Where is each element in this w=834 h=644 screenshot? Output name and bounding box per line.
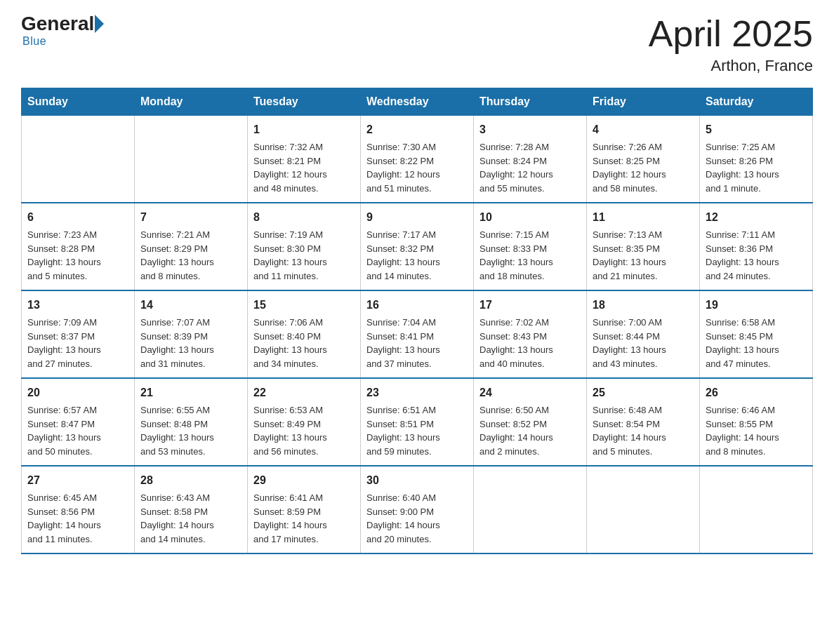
calendar-cell: 30Sunrise: 6:40 AMSunset: 9:00 PMDayligh… xyxy=(361,466,474,554)
calendar-cell: 22Sunrise: 6:53 AMSunset: 8:49 PMDayligh… xyxy=(248,378,361,466)
day-info: Sunrise: 7:19 AMSunset: 8:30 PMDaylight:… xyxy=(253,228,355,283)
day-number: 27 xyxy=(27,472,128,489)
day-number: 13 xyxy=(27,297,128,314)
day-number: 3 xyxy=(479,121,581,138)
calendar-cell: 10Sunrise: 7:15 AMSunset: 8:33 PMDayligh… xyxy=(474,203,587,290)
calendar-cell: 9Sunrise: 7:17 AMSunset: 8:32 PMDaylight… xyxy=(361,203,474,290)
day-info: Sunrise: 7:13 AMSunset: 8:35 PMDaylight:… xyxy=(593,228,694,283)
day-number: 30 xyxy=(366,472,468,489)
calendar-cell: 17Sunrise: 7:02 AMSunset: 8:43 PMDayligh… xyxy=(474,290,587,378)
calendar-cell: 13Sunrise: 7:09 AMSunset: 8:37 PMDayligh… xyxy=(22,290,135,378)
day-info: Sunrise: 7:15 AMSunset: 8:33 PMDaylight:… xyxy=(479,228,581,283)
weekday-header-thursday: Thursday xyxy=(474,88,587,116)
day-number: 28 xyxy=(140,472,241,489)
calendar-subtitle: Arthon, France xyxy=(649,57,813,75)
calendar-title: April 2025 xyxy=(649,14,813,54)
weekday-header-monday: Monday xyxy=(135,88,248,116)
calendar-cell xyxy=(135,116,248,203)
calendar-cell: 29Sunrise: 6:41 AMSunset: 8:59 PMDayligh… xyxy=(248,466,361,554)
calendar-cell: 24Sunrise: 6:50 AMSunset: 8:52 PMDayligh… xyxy=(474,378,587,466)
calendar-cell: 3Sunrise: 7:28 AMSunset: 8:24 PMDaylight… xyxy=(474,116,587,203)
calendar-cell: 23Sunrise: 6:51 AMSunset: 8:51 PMDayligh… xyxy=(361,378,474,466)
calendar-cell xyxy=(474,466,587,554)
day-number: 5 xyxy=(706,121,807,138)
calendar-week-row: 13Sunrise: 7:09 AMSunset: 8:37 PMDayligh… xyxy=(22,290,813,378)
day-info: Sunrise: 7:06 AMSunset: 8:40 PMDaylight:… xyxy=(253,316,355,370)
calendar-cell xyxy=(587,466,700,554)
calendar-cell: 14Sunrise: 7:07 AMSunset: 8:39 PMDayligh… xyxy=(135,290,248,378)
day-number: 15 xyxy=(253,297,355,314)
weekday-header-wednesday: Wednesday xyxy=(361,88,474,116)
title-block: April 2025 Arthon, France xyxy=(649,14,813,75)
day-info: Sunrise: 7:00 AMSunset: 8:44 PMDaylight:… xyxy=(593,316,694,370)
day-number: 20 xyxy=(27,384,128,401)
calendar-cell: 25Sunrise: 6:48 AMSunset: 8:54 PMDayligh… xyxy=(587,378,700,466)
day-info: Sunrise: 7:28 AMSunset: 8:24 PMDaylight:… xyxy=(479,140,581,195)
day-number: 11 xyxy=(593,209,694,226)
day-info: Sunrise: 7:11 AMSunset: 8:36 PMDaylight:… xyxy=(706,228,807,283)
day-number: 9 xyxy=(366,209,468,226)
calendar-cell: 28Sunrise: 6:43 AMSunset: 8:58 PMDayligh… xyxy=(135,466,248,554)
day-number: 14 xyxy=(140,297,241,314)
calendar-cell xyxy=(22,116,135,203)
logo-general-text: General xyxy=(21,14,94,34)
day-number: 21 xyxy=(140,384,241,401)
calendar-cell: 6Sunrise: 7:23 AMSunset: 8:28 PMDaylight… xyxy=(22,203,135,290)
calendar-table: SundayMondayTuesdayWednesdayThursdayFrid… xyxy=(21,88,813,554)
logo-blue-text: Blue xyxy=(22,35,46,48)
day-info: Sunrise: 7:04 AMSunset: 8:41 PMDaylight:… xyxy=(366,316,468,370)
day-number: 18 xyxy=(593,297,694,314)
day-info: Sunrise: 7:07 AMSunset: 8:39 PMDaylight:… xyxy=(140,316,241,370)
calendar-header-row: SundayMondayTuesdayWednesdayThursdayFrid… xyxy=(22,88,813,116)
day-number: 7 xyxy=(140,209,241,226)
day-info: Sunrise: 7:25 AMSunset: 8:26 PMDaylight:… xyxy=(706,140,807,195)
calendar-cell: 5Sunrise: 7:25 AMSunset: 8:26 PMDaylight… xyxy=(700,116,813,203)
day-info: Sunrise: 6:57 AMSunset: 8:47 PMDaylight:… xyxy=(27,403,128,458)
day-info: Sunrise: 6:48 AMSunset: 8:54 PMDaylight:… xyxy=(593,403,694,458)
day-number: 4 xyxy=(593,121,694,138)
day-number: 6 xyxy=(27,209,128,226)
calendar-cell: 19Sunrise: 6:58 AMSunset: 8:45 PMDayligh… xyxy=(700,290,813,378)
day-info: Sunrise: 6:40 AMSunset: 9:00 PMDaylight:… xyxy=(366,491,468,546)
day-number: 8 xyxy=(253,209,355,226)
logo-arrow-icon xyxy=(95,15,104,33)
calendar-cell: 11Sunrise: 7:13 AMSunset: 8:35 PMDayligh… xyxy=(587,203,700,290)
day-number: 1 xyxy=(253,121,355,138)
calendar-cell: 27Sunrise: 6:45 AMSunset: 8:56 PMDayligh… xyxy=(22,466,135,554)
day-info: Sunrise: 6:46 AMSunset: 8:55 PMDaylight:… xyxy=(706,403,807,458)
day-info: Sunrise: 6:55 AMSunset: 8:48 PMDaylight:… xyxy=(140,403,241,458)
day-number: 17 xyxy=(479,297,581,314)
day-number: 24 xyxy=(479,384,581,401)
day-info: Sunrise: 7:30 AMSunset: 8:22 PMDaylight:… xyxy=(366,140,468,195)
day-info: Sunrise: 6:53 AMSunset: 8:49 PMDaylight:… xyxy=(253,403,355,458)
weekday-header-friday: Friday xyxy=(587,88,700,116)
day-number: 19 xyxy=(706,297,807,314)
day-info: Sunrise: 6:50 AMSunset: 8:52 PMDaylight:… xyxy=(479,403,581,458)
page-header: General Blue April 2025 Arthon, France xyxy=(21,14,813,75)
day-info: Sunrise: 6:43 AMSunset: 8:58 PMDaylight:… xyxy=(140,491,241,546)
calendar-cell: 26Sunrise: 6:46 AMSunset: 8:55 PMDayligh… xyxy=(700,378,813,466)
calendar-week-row: 20Sunrise: 6:57 AMSunset: 8:47 PMDayligh… xyxy=(22,378,813,466)
calendar-cell: 12Sunrise: 7:11 AMSunset: 8:36 PMDayligh… xyxy=(700,203,813,290)
calendar-cell: 1Sunrise: 7:32 AMSunset: 8:21 PMDaylight… xyxy=(248,116,361,203)
day-number: 22 xyxy=(253,384,355,401)
calendar-cell: 21Sunrise: 6:55 AMSunset: 8:48 PMDayligh… xyxy=(135,378,248,466)
logo: General Blue xyxy=(21,14,105,48)
calendar-cell: 18Sunrise: 7:00 AMSunset: 8:44 PMDayligh… xyxy=(587,290,700,378)
calendar-week-row: 6Sunrise: 7:23 AMSunset: 8:28 PMDaylight… xyxy=(22,203,813,290)
day-info: Sunrise: 7:26 AMSunset: 8:25 PMDaylight:… xyxy=(593,140,694,195)
day-number: 12 xyxy=(706,209,807,226)
day-info: Sunrise: 6:45 AMSunset: 8:56 PMDaylight:… xyxy=(27,491,128,546)
day-number: 26 xyxy=(706,384,807,401)
day-info: Sunrise: 7:17 AMSunset: 8:32 PMDaylight:… xyxy=(366,228,468,283)
calendar-cell: 8Sunrise: 7:19 AMSunset: 8:30 PMDaylight… xyxy=(248,203,361,290)
calendar-cell: 2Sunrise: 7:30 AMSunset: 8:22 PMDaylight… xyxy=(361,116,474,203)
day-info: Sunrise: 6:41 AMSunset: 8:59 PMDaylight:… xyxy=(253,491,355,546)
day-number: 25 xyxy=(593,384,694,401)
day-number: 16 xyxy=(366,297,468,314)
day-number: 10 xyxy=(479,209,581,226)
calendar-cell: 20Sunrise: 6:57 AMSunset: 8:47 PMDayligh… xyxy=(22,378,135,466)
calendar-cell: 4Sunrise: 7:26 AMSunset: 8:25 PMDaylight… xyxy=(587,116,700,203)
calendar-cell: 15Sunrise: 7:06 AMSunset: 8:40 PMDayligh… xyxy=(248,290,361,378)
day-info: Sunrise: 7:21 AMSunset: 8:29 PMDaylight:… xyxy=(140,228,241,283)
